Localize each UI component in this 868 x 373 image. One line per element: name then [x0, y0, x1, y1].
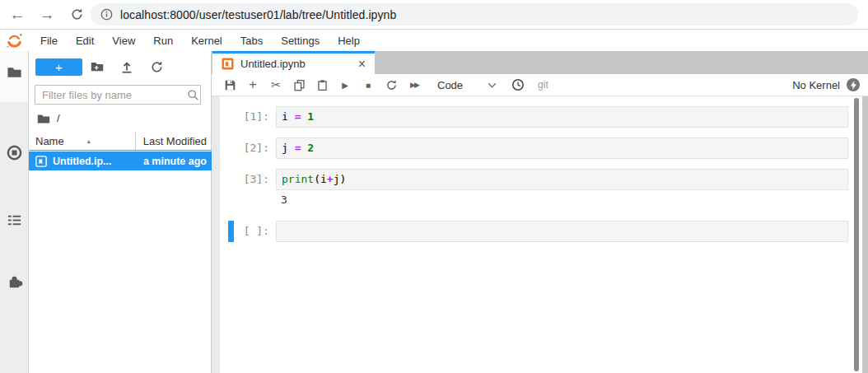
reload-icon[interactable] — [66, 7, 87, 21]
notebook-toolbar: + ✂ ▶ ■ ▶▶ Code git No Kernel — [212, 74, 868, 96]
restart-run-all-icon[interactable]: ▶▶ — [403, 77, 426, 93]
sort-ascending-icon: ▴ — [87, 138, 91, 145]
menu-kernel[interactable]: Kernel — [182, 35, 231, 47]
search-icon — [187, 89, 199, 101]
running-kernels-icon[interactable] — [6, 144, 23, 161]
file-browser-toolbar: + — [29, 58, 212, 76]
file-browser-icon[interactable] — [6, 63, 23, 81]
run-cell-icon[interactable]: ▶ — [334, 77, 357, 93]
page-info-icon[interactable] — [100, 8, 113, 21]
add-cell-icon[interactable]: + — [241, 77, 264, 93]
forward-icon[interactable]: → — [36, 7, 58, 22]
copy-cells-icon[interactable] — [287, 77, 310, 93]
menu-view[interactable]: View — [103, 35, 144, 47]
breadcrumb-root[interactable]: / — [57, 112, 60, 124]
cell-3-output: 3 — [220, 190, 848, 209]
file-browser-panel: + / Name ▴ — [29, 51, 212, 373]
cell-editor-4[interactable] — [276, 221, 848, 242]
upload-icon[interactable] — [112, 59, 142, 74]
file-row-untitled-ipynb[interactable]: Untitled.ip... a minute ago — [29, 152, 212, 170]
save-icon[interactable] — [218, 77, 241, 93]
paste-cells-icon[interactable] — [310, 77, 334, 93]
cell-editor-3[interactable]: print(i+j) — [276, 169, 848, 190]
jupyterlab-shell: + / Name ▴ — [0, 51, 868, 373]
filter-files-input[interactable] — [35, 89, 187, 101]
menu-settings[interactable]: Settings — [272, 35, 329, 47]
kernel-indicator-icon[interactable] — [847, 78, 860, 91]
menu-tabs[interactable]: Tabs — [231, 35, 272, 47]
cell-prompt: [3]: — [220, 169, 276, 190]
url-text[interactable]: localhost:8000/user/testuser01/lab/tree/… — [120, 8, 396, 21]
notebook-scrollbar-thumb[interactable] — [854, 98, 859, 371]
tab-bar: Untitled.ipynb × — [212, 51, 868, 74]
code-cell-1: [1]: i = 1 — [220, 106, 848, 128]
home-folder-icon[interactable] — [37, 113, 50, 124]
notebook-file-icon — [35, 156, 47, 167]
tab-title: Untitled.ipynb — [240, 58, 358, 70]
cell-prompt: [2]: — [220, 138, 276, 159]
new-launcher-button[interactable]: + — [35, 58, 82, 76]
git-toolbar-label[interactable]: git — [538, 79, 548, 91]
back-icon[interactable]: ← — [7, 7, 28, 22]
output-prompt-spacer — [220, 190, 276, 209]
cell-editor-2[interactable]: j = 2 — [276, 138, 848, 159]
code-cell-3: [3]: print(i+j) — [220, 169, 848, 190]
history-clock-icon[interactable] — [511, 78, 525, 91]
output-text: 3 — [276, 190, 292, 209]
notebook-tab-icon — [222, 58, 234, 70]
column-header-modified[interactable]: Last Modified — [136, 135, 212, 147]
file-name: Untitled.ip... — [53, 156, 143, 167]
cell-type-dropdown[interactable]: Code — [437, 79, 463, 91]
chevron-down-icon[interactable] — [488, 82, 497, 88]
left-activity-bar — [0, 51, 29, 373]
notebook-area: [1]: i = 1 [2]: j = 2 [3]: print(i+j) 3 — [212, 96, 868, 373]
menu-help[interactable]: Help — [329, 35, 369, 47]
new-folder-icon[interactable] — [82, 59, 112, 74]
main-dock-panel: Untitled.ipynb × + ✂ ▶ ■ ▶▶ Code — [212, 51, 868, 373]
jupyterlab-menu-bar: File Edit View Run Kernel Tabs Settings … — [0, 30, 868, 51]
address-bar[interactable]: localhost:8000/user/testuser01/lab/tree/… — [91, 3, 858, 26]
cell-list: [1]: i = 1 [2]: j = 2 [3]: print(i+j) 3 — [220, 106, 848, 252]
refresh-file-list-icon[interactable] — [142, 60, 171, 74]
selected-cell-indicator — [228, 221, 234, 242]
filter-files-field[interactable] — [35, 85, 201, 105]
menu-edit[interactable]: Edit — [67, 35, 103, 47]
file-list-header: Name ▴ Last Modified — [29, 132, 212, 151]
extension-manager-icon[interactable] — [6, 273, 23, 291]
cut-cells-icon[interactable]: ✂ — [264, 77, 287, 93]
interrupt-kernel-icon[interactable]: ■ — [357, 77, 380, 93]
right-edge-panel — [862, 96, 868, 373]
tab-untitled-ipynb[interactable]: Untitled.ipynb × — [212, 51, 375, 74]
code-cell-2: [2]: j = 2 — [220, 138, 848, 159]
notebook-left-gutter — [212, 96, 220, 373]
code-cell-4-empty: [ ]: — [220, 221, 848, 242]
cell-editor-1[interactable]: i = 1 — [276, 106, 848, 128]
file-modified: a minute ago — [143, 156, 212, 167]
column-header-name[interactable]: Name ▴ — [29, 135, 135, 147]
menu-run[interactable]: Run — [144, 35, 182, 47]
table-of-contents-icon[interactable] — [6, 212, 23, 229]
close-tab-icon[interactable]: × — [358, 58, 366, 71]
breadcrumb: / — [37, 112, 60, 124]
jupyter-logo-icon — [6, 32, 23, 49]
menu-file[interactable]: File — [31, 35, 67, 47]
kernel-status-label[interactable]: No Kernel — [792, 79, 840, 91]
restart-kernel-icon[interactable] — [380, 77, 403, 93]
browser-toolbar: ← → localhost:8000/user/testuser01/lab/t… — [0, 0, 868, 30]
cell-prompt: [1]: — [220, 106, 276, 128]
